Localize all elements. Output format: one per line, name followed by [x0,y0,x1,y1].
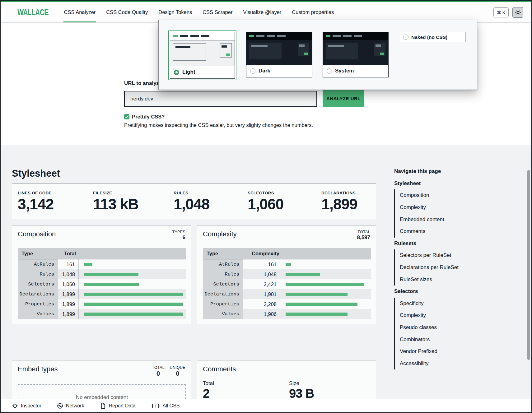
page-nav-heading-stylesheet: Stylesheet [394,178,465,190]
composition-table-header: Type Total [18,248,186,259]
page-nav-link-comments[interactable]: Comments [395,225,465,238]
composition-title: Composition [18,230,56,238]
system-label: System [335,68,354,74]
page-title: Stylesheet [12,168,60,179]
complexity-card: Complexity TOTAL 8,597 Type Complexity A… [197,225,376,324]
value-bar [84,303,183,306]
app-window: WALLACE CSS AnalyzerCSS Code QualityDesi… [0,0,532,413]
value-bar [286,303,357,306]
page-nav-link-selectors-per-ruleset[interactable]: Selectors per RuleSet [395,249,465,262]
complexity-row-atrules: AtRules161 [203,259,371,269]
composition-row-declarations: Declarations1,899 [18,289,186,299]
nav-tab-design-tokens[interactable]: Design Tokens [158,2,193,22]
page-nav-group-rulesets: Selectors per RuleSetDeclarations per Ru… [394,249,465,285]
dark-theme-preview: Dark [246,32,312,77]
composition-row-rules: Rules1,048 [18,269,186,279]
theme-option-system[interactable]: System [323,32,389,77]
header-actions: ⌘ K [493,2,523,22]
command-k-button[interactable]: ⌘ K [493,7,509,17]
prettify-note: Prettifying makes inspecting the CSS eas… [124,122,313,128]
composition-row-values: Values1,899 [18,309,186,319]
page-nav-link-combinators[interactable]: Combinators [395,333,465,346]
page-nav-link-declarations-per-ruleset[interactable]: Declarations per RuleSet [395,262,465,274]
all-css-icon: {:} [151,403,160,409]
light-label: Light [182,69,195,75]
network-icon [57,403,63,409]
comments-card: Comments Total 2 Size 93 B [197,360,376,400]
comments-total: Total 2 [203,380,214,400]
toolbar-all-css-label: All CSS [162,403,180,409]
system-theme-preview: System [323,32,388,77]
complexity-table-header: Type Complexity [203,248,371,259]
checkmark-icon [125,115,129,118]
theme-toggle-button[interactable] [512,7,523,18]
wallace-logo[interactable]: WALLACE [17,7,49,17]
page-nav-title: Navigate this page [394,165,465,178]
prettify-label: Prettify CSS? [132,114,165,120]
embed-empty-state: No embedded content [18,384,186,400]
url-label: URL to analyze [124,80,162,86]
nav-tab-css-scraper[interactable]: CSS Scraper [202,2,233,22]
nav-tab-visualize-layer[interactable]: Visualize @layer [242,2,282,22]
nav-tab-css-analyzer[interactable]: CSS Analyzer [63,2,96,22]
page-nav-link-composition[interactable]: Composition [395,189,465,202]
theme-option-dark[interactable]: Dark [246,32,312,77]
page-nav-link-complexity[interactable]: Complexity [395,309,465,322]
page-nav-link-specificity[interactable]: Specificity [395,298,465,310]
nav-tab-css-code-quality[interactable]: CSS Code Quality [105,2,148,22]
theme-popover: Light Dark System [158,20,477,90]
top-bar: WALLACE CSS AnalyzerCSS Code QualityDesi… [1,1,531,23]
nav-tab-custom-properties[interactable]: Custom properties [291,2,334,22]
url-input[interactable] [124,91,317,107]
value-bar [84,293,183,296]
value-bar [84,313,183,316]
value-bar [286,313,348,316]
theme-option-naked[interactable]: Naked (no CSS) [400,32,465,42]
page-nav-link-complexity[interactable]: Complexity [395,202,465,214]
page-nav-link-ruleset-sizes[interactable]: RuleSet sizes [395,273,465,285]
toolbar-report-data-label: Report Data [109,403,136,409]
light-radio[interactable] [174,70,179,75]
naked-radio[interactable] [403,35,408,40]
value-bar [286,263,291,266]
sun-icon [515,9,521,16]
page-nav-link-accessibility[interactable]: Accessibility [395,358,465,370]
prettify-checkbox[interactable] [124,114,129,119]
comments-size: Size 93 B [289,380,314,400]
light-theme-preview: Light [170,32,235,79]
dark-radio[interactable] [250,68,255,74]
composition-row-properties: Properties1,899 [18,299,186,309]
toolbar-network-label: Network [66,403,84,409]
value-bar [84,283,139,286]
report-section: Stylesheet LINES OF CODE3,142FILESIZE113… [1,145,531,400]
inspector-icon [12,403,18,409]
composition-row-selectors: Selectors1,060 [18,279,186,289]
dark-label: Dark [259,68,270,74]
toolbar-inspector-label: Inspector [21,403,41,409]
composition-types-metric: TYPES 6 [172,230,186,241]
stylesheet-stats-card: LINES OF CODE3,142FILESIZE113 kBRULES1,0… [12,183,376,219]
page-nav-link-vendor-prefixed[interactable]: Vendor Prefixed [395,346,465,358]
toolbar-all-css-button[interactable]: {:}All CSS [149,403,182,409]
system-radio[interactable] [327,68,332,74]
embed-unique-metric: UNIQUE 0 [170,365,185,377]
toolbar-network-button[interactable]: Network [55,402,86,409]
value-bar [84,263,92,266]
theme-option-light[interactable]: Light [168,30,236,80]
analyze-url-button[interactable]: ANALYZE URL [323,90,364,107]
page-nav-group-selectors: SpecificityComplexityPseudo classesCombi… [394,298,465,370]
page-nav-link-embedded-content[interactable]: Embedded content [395,213,465,225]
page-nav-link-pseudo-classes[interactable]: Pseudo classes [395,322,465,334]
toolbar-report-data-button[interactable]: Report Data [98,402,138,409]
complexity-row-properties: Properties2,208 [203,299,371,309]
naked-label: Naked (no CSS) [411,35,447,40]
page-nav-heading-selectors: Selectors [394,285,465,298]
page-nav-heading-rulesets: Rulesets [394,238,465,250]
value-bar [286,283,364,286]
embed-types-title: Embed types [18,365,58,373]
toolbar-inspector-button[interactable]: Inspector [10,402,43,409]
complexity-row-values: Values1,906 [203,309,371,319]
composition-row-atrules: AtRules161 [18,259,186,269]
scrollbar-thumb[interactable] [527,170,530,360]
complexity-title: Complexity [203,230,237,238]
